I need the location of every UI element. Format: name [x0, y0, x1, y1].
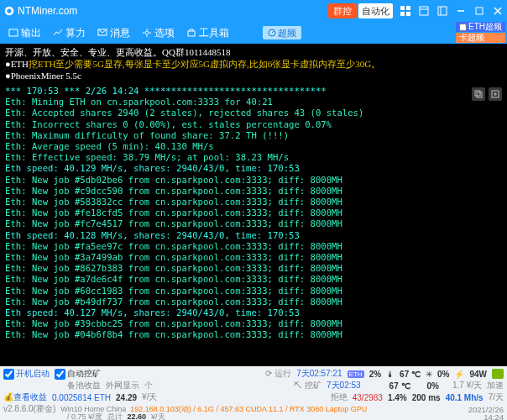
svg-point-1 — [7, 8, 11, 13]
time: 14:24 — [483, 412, 504, 421]
fan2: 0% — [427, 381, 439, 391]
eth-balance: 0.0025814 ETH — [52, 393, 111, 402]
ext-label: 外网显示 — [106, 380, 139, 391]
rej-val: 43/2983 — [353, 393, 383, 402]
svg-rect-11 — [476, 8, 483, 14]
pw-icon: ⚡ — [454, 370, 464, 379]
boot-checkbox[interactable]: 开机启动 — [3, 368, 50, 380]
pw: 94W — [469, 370, 487, 379]
accel: 加速 — [487, 380, 504, 391]
terminal-wrap: *** 170:53 *** 2/26 14:24 **************… — [0, 84, 507, 366]
card-chip[interactable]: 卡超频 — [456, 33, 505, 43]
svg-rect-5 — [406, 12, 410, 16]
rej-label: 拒绝 — [331, 391, 348, 403]
mining-value: 7天02:53 — [327, 380, 361, 391]
pool-earn-label: 备池收益 — [67, 380, 101, 391]
overclock-button[interactable]: 超频 — [263, 26, 301, 39]
status-bar: 开机启动 自动挖矿 ⟳ 运行 7天02:57:21 ETH 2% 🌡 67 ℃ … — [0, 366, 507, 420]
menu-hashrate[interactable]: 算力 — [48, 24, 91, 42]
latency: 200 ms — [412, 393, 441, 402]
layout1-icon[interactable] — [415, 0, 433, 22]
temp-icon: 🌡 — [386, 370, 395, 379]
menu-options[interactable]: 选项 — [137, 24, 180, 42]
maximize-icon[interactable] — [470, 0, 489, 22]
svg-rect-17 — [188, 31, 195, 36]
grid-icon[interactable] — [396, 0, 415, 22]
svg-rect-19 — [475, 91, 480, 96]
hash2: 7/天 — [489, 391, 504, 403]
banner-line3: ●PhoenixMiner 5.5c — [5, 70, 502, 81]
runtime-label: ⟳ 运行 — [265, 368, 291, 380]
qun-button[interactable]: 群控 — [328, 3, 357, 18]
svg-rect-8 — [438, 7, 447, 15]
runtime-value: 7天02:57:21 — [296, 368, 342, 380]
minimize-icon[interactable] — [452, 0, 470, 22]
copy-icon[interactable] — [472, 87, 485, 101]
menu-messages[interactable]: 消息 — [92, 24, 135, 42]
menu-bar: 输出 算力 消息 选项 工具箱 ETH超频 卡超频 超频 — [0, 22, 507, 44]
svg-rect-6 — [420, 7, 428, 15]
banner-line2: ●ETH挖ETH至少需要5G显存,每张显卡至少对应5G虚拟内存,比如6张显卡虚拟… — [5, 58, 502, 70]
info-banner: 开源、开放、安全、专业、更高收益。QQ群1011448518 ●ETH挖ETH至… — [0, 44, 507, 84]
eth-oc-chip[interactable]: ETH超频 — [456, 22, 505, 32]
svg-rect-20 — [477, 92, 482, 97]
eth-badge: ETH — [348, 370, 364, 378]
temp: 67 ℃ — [400, 370, 421, 379]
fan: 0% — [437, 370, 449, 379]
pw-e: 1.7 ¥/天 — [452, 380, 482, 391]
rate: 24.29 — [116, 393, 137, 402]
temp2: 67 ℃ — [389, 381, 410, 391]
check-earn[interactable]: 💰查看收益 — [3, 391, 47, 403]
automine-checkbox[interactable]: 自动挖矿 — [55, 368, 101, 380]
app-title: NTMiner.com — [18, 5, 77, 17]
total-label: 总计 — [107, 412, 123, 421]
automation-button[interactable]: 自动化 — [358, 3, 393, 18]
mining-label: ⛏ 挖矿 — [294, 380, 321, 391]
banner-line1: 开源、开放、安全、专业、更高收益。QQ群1011448518 — [5, 46, 502, 58]
title-bar: NTMiner.com 群控 自动化 — [0, 0, 507, 22]
nvidia-icon — [492, 369, 504, 379]
export-icon[interactable] — [489, 87, 502, 101]
rej-pct: 1.4% — [388, 393, 407, 402]
terminal-output[interactable]: *** 170:53 *** 2/26 14:24 **************… — [0, 84, 507, 366]
svg-point-16 — [145, 31, 149, 34]
svg-rect-3 — [406, 6, 410, 10]
close-icon[interactable] — [489, 0, 507, 22]
dual-info: / 0.75 ¥/度 — [67, 412, 102, 421]
dev-label: 个 — [144, 380, 153, 391]
menu-output[interactable]: 输出 — [3, 24, 46, 42]
svg-rect-14 — [9, 29, 18, 36]
total: 22.60 — [128, 412, 147, 420]
app-logo: NTMiner.com — [3, 5, 77, 17]
menu-tools[interactable]: 工具箱 — [181, 24, 234, 42]
svg-rect-2 — [400, 6, 405, 10]
layout2-icon[interactable] — [433, 0, 452, 22]
pct: 2% — [369, 370, 381, 379]
logo-icon — [3, 5, 15, 17]
svg-rect-4 — [400, 12, 405, 16]
fan-icon: ✳ — [426, 370, 432, 379]
hashrate: 40.1 Mh/s — [446, 393, 483, 402]
